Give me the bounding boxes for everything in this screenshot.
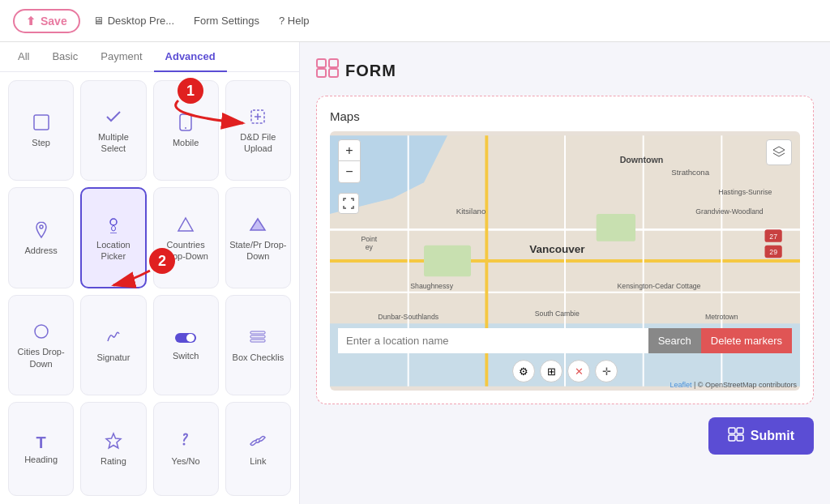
switch-icon [174,331,197,347]
svg-text:Strathcona: Strathcona [671,168,709,177]
form-settings-label: Form Settings [194,15,259,27]
leaflet-link[interactable]: Leaflet [670,381,691,389]
svg-rect-14 [250,331,265,334]
svg-point-11 [35,325,48,338]
svg-text:27: 27 [769,233,777,241]
map-fullscreen-button[interactable] [338,193,359,214]
rating-label: Rating [101,455,126,467]
svg-rect-38 [424,246,471,277]
component-signature[interactable]: Signatur [80,295,146,395]
svg-text:Kensington-Cedar Cottage: Kensington-Cedar Cottage [618,282,701,290]
svg-rect-15 [250,335,265,338]
svg-text:29: 29 [769,248,777,256]
save-label: Save [41,15,67,28]
tab-basic[interactable]: Basic [41,42,89,72]
form-icon [316,58,339,83]
submit-icon [728,427,744,445]
signature-icon [105,328,122,348]
cities-icon [32,322,50,343]
svg-rect-27 [317,69,326,77]
component-location-picker[interactable]: Location Picker [80,187,146,289]
svg-rect-39 [597,214,635,241]
help-item[interactable]: ? Help [272,11,316,30]
save-button[interactable]: ⬆ Save [13,9,80,33]
state-icon [249,216,267,236]
svg-rect-25 [317,59,326,67]
map-copy-button[interactable]: ⊞ [540,360,563,382]
heading-label: Heading [24,454,58,465]
location-picker-icon [105,216,122,236]
rating-icon [105,432,122,452]
components-grid: Step Multiple Select Mobile D&D File Upl… [0,72,299,504]
map-settings-button[interactable]: ⚙ [512,360,535,382]
svg-text:South Cambie: South Cambie [535,310,580,318]
address-icon [34,221,49,241]
svg-rect-59 [729,428,735,434]
form-settings-item[interactable]: Form Settings [187,11,266,30]
map-search-button[interactable]: Search [648,328,701,353]
box-checklist-icon [249,328,267,348]
component-countries-dropdown[interactable]: Countries Drop-Down [153,187,219,289]
svg-text:Point: Point [361,235,377,243]
step-label: Step [32,137,50,148]
component-rating[interactable]: Rating [80,402,146,496]
map-delete-markers-button[interactable]: Delete markers [701,328,792,353]
attribution-text: | © OpenStreetMap contributors [694,381,797,389]
heading-icon: T [36,434,46,451]
yes-no-label: Yes/No [172,455,200,467]
search-label: Search [658,335,691,347]
maps-card: Maps [316,96,814,404]
svg-text:ey: ey [366,243,374,251]
countries-icon [177,216,195,236]
component-heading[interactable]: T Heading [8,402,74,496]
component-address[interactable]: Address [8,187,74,289]
svg-rect-0 [34,115,49,130]
submit-row: Submit [316,417,814,455]
svg-rect-60 [737,428,743,434]
yes-no-icon [178,432,194,452]
delete-markers-label: Delete markers [711,335,782,347]
component-yes-no[interactable]: Yes/No [153,402,219,496]
svg-point-7 [110,219,117,225]
map-close-button[interactable]: ✕ [567,360,590,382]
component-box-checklist[interactable]: Box Checklis [225,295,291,395]
map-move-button[interactable]: ✛ [595,360,618,382]
map-layers-button[interactable] [766,139,792,165]
svg-rect-61 [729,435,735,441]
component-cities-dropdown[interactable]: Cities Drop-Down [8,295,74,395]
component-multiple-select[interactable]: Multiple Select [80,80,146,181]
svg-text:Dunbar-Southlands: Dunbar-Southlands [378,314,439,322]
submit-button[interactable]: Submit [708,417,814,455]
component-dnd-file[interactable]: D&D File Upload [225,80,291,181]
component-state-dropdown[interactable]: State/Pr Drop-Down [225,187,291,289]
location-name-input[interactable] [338,328,648,353]
svg-rect-28 [329,69,338,77]
mobile-icon [178,113,193,134]
tab-advanced[interactable]: Advanced [154,42,227,72]
component-step[interactable]: Step [8,80,74,181]
svg-point-2 [185,127,186,129]
tab-payment[interactable]: Payment [89,42,153,72]
svg-text:Grandview-Woodland: Grandview-Woodland [695,207,764,216]
countries-label: Countries Drop-Down [157,239,215,263]
form-title: FORM [345,62,396,80]
zoom-out-button[interactable]: − [339,161,360,182]
desktop-preview-item[interactable]: 🖥 Desktop Pre... [87,11,181,30]
component-mobile[interactable]: Mobile [153,80,219,181]
map-zoom-controls: + − [338,139,361,183]
svg-point-6 [40,225,43,229]
svg-text:Hastings-Sunrise: Hastings-Sunrise [718,188,772,196]
svg-text:Downtown: Downtown [620,155,664,164]
map-container[interactable]: Vancouver Strathcona Hastings-Sunrise Gr… [330,131,800,391]
map-input-row: Search Delete markers [330,328,800,353]
component-link[interactable]: Link [225,402,291,496]
zoom-in-button[interactable]: + [339,140,360,161]
left-panel: All Basic Payment Advanced Step Multiple… [0,42,300,504]
switch-label: Switch [173,350,199,361]
component-switch[interactable]: Switch [153,295,219,395]
tab-all[interactable]: All [6,42,41,72]
svg-marker-17 [106,434,121,448]
svg-rect-26 [329,59,338,67]
monitor-icon: 🖥 [93,15,104,27]
link-label: Link [250,455,266,467]
